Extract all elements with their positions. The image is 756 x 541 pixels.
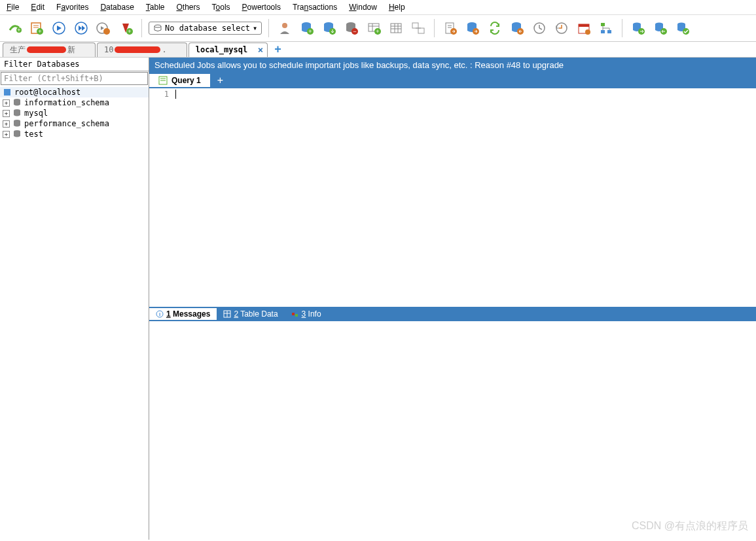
result-tab-info[interactable]: 3 Info (285, 308, 328, 320)
backup-db-icon[interactable] (463, 19, 482, 37)
execute-all-icon[interactable] (72, 19, 90, 37)
svg-text:+: + (309, 28, 312, 35)
text-cursor (175, 90, 176, 99)
menu-favorites[interactable]: Favorites (56, 3, 88, 12)
db-import-icon[interactable] (651, 19, 670, 37)
menu-edit[interactable]: Edit (31, 3, 45, 12)
expand-icon[interactable]: + (3, 110, 10, 117)
sidebar: Filter Databases root@localhost +informa… (0, 58, 149, 540)
table-view-icon[interactable] (387, 19, 405, 37)
result-tab-tabledata[interactable]: 2 Table Data (217, 308, 284, 320)
database-icon (12, 130, 22, 139)
tree-db-performance-schema[interactable]: +performance_schema (0, 118, 149, 129)
tab-label: local_mysql (196, 45, 247, 54)
server-icon (3, 88, 12, 97)
upgrade-banner[interactable]: Scheduled Jobs allows you to schedule im… (149, 58, 756, 73)
svg-rect-77 (295, 314, 298, 317)
add-query-tab-button[interactable]: + (211, 75, 230, 86)
tab-label: 10 (104, 45, 113, 54)
schedule-icon[interactable] (530, 19, 549, 37)
sql-editor[interactable]: 1 (149, 88, 756, 307)
expand-icon[interactable]: + (3, 131, 10, 138)
menu-file[interactable]: File (7, 3, 19, 12)
db-export-icon[interactable] (629, 19, 647, 37)
db-sync-down-icon[interactable] (320, 19, 338, 37)
query-tabs: Query 1 + (149, 73, 756, 88)
execute-explain-icon[interactable] (94, 19, 113, 37)
refresh-icon[interactable]: + (117, 19, 135, 37)
line-gutter: 1 (149, 88, 173, 307)
toolbar-separator (268, 19, 269, 37)
menu-help[interactable]: Help (389, 3, 405, 12)
user-manager-icon[interactable] (276, 19, 294, 37)
tree-connection-root[interactable]: root@localhost (0, 87, 149, 97)
history-icon[interactable] (552, 19, 571, 37)
query-tab-1[interactable]: Query 1 (149, 74, 211, 87)
menu-transactions[interactable]: Transactions (293, 3, 337, 12)
svg-text:−: − (353, 28, 357, 35)
connection-tab-1[interactable]: 生产新 (3, 43, 96, 57)
svg-text:i: i (159, 311, 160, 317)
chevron-down-icon: ▾ (253, 24, 257, 33)
database-selector[interactable]: No database select ▾ (149, 22, 262, 35)
query-icon (158, 76, 168, 85)
calendar-icon[interactable] (575, 19, 593, 37)
svg-rect-34 (418, 28, 424, 33)
db-delete-icon[interactable]: − (342, 19, 361, 37)
svg-rect-52 (601, 30, 605, 33)
expand-icon[interactable]: + (3, 99, 10, 107)
result-tab-messages[interactable]: i 1 Messages (149, 308, 217, 320)
menu-window[interactable]: Window (349, 3, 377, 12)
svg-rect-51 (601, 23, 605, 26)
svg-point-14 (282, 23, 287, 28)
tree-db-mysql[interactable]: +mysql (0, 108, 149, 118)
info-icon: i (156, 310, 164, 318)
execute-query-icon[interactable] (50, 19, 68, 37)
toolbar-separator (141, 19, 142, 37)
svg-point-10 (103, 28, 110, 35)
db-check-icon[interactable] (674, 19, 692, 37)
export-icon[interactable] (441, 19, 459, 37)
line-number: 1 (153, 90, 169, 99)
sidebar-header: Filter Databases (0, 58, 149, 71)
tree-db-information-schema[interactable]: +information_schema (0, 97, 149, 108)
schema-icon[interactable] (597, 19, 615, 37)
menu-database[interactable]: Database (100, 3, 134, 12)
add-tab-button[interactable]: + (269, 43, 287, 56)
close-icon[interactable]: × (258, 44, 263, 55)
connection-tab-2[interactable]: 10. (97, 43, 187, 57)
toolbar-separator (622, 19, 622, 37)
connection-tabs: 生产新 10. local_mysql × + (0, 42, 756, 58)
expand-icon[interactable]: + (3, 120, 10, 128)
sync-icon[interactable] (486, 19, 504, 37)
database-tree: root@localhost +information_schema +mysq… (0, 86, 149, 540)
result-tabs: i 1 Messages 2 Table Data 3 Info (149, 307, 756, 321)
menu-table[interactable]: Table (146, 3, 165, 12)
svg-rect-28 (391, 24, 401, 33)
svg-point-13 (154, 25, 161, 27)
query-tab-label: Query 1 (171, 76, 201, 85)
db-create-icon[interactable]: + (298, 19, 316, 37)
menu-others[interactable]: Others (177, 3, 200, 12)
table-relation-icon[interactable] (409, 19, 427, 37)
svg-rect-53 (607, 30, 611, 33)
content-area: Scheduled Jobs allows you to schedule im… (149, 58, 756, 540)
new-connection-icon[interactable]: + (5, 19, 24, 37)
table-create-icon[interactable]: + (365, 19, 383, 37)
svg-text:+: + (376, 28, 380, 35)
tree-db-test[interactable]: +test (0, 129, 149, 139)
database-icon (12, 98, 22, 107)
menu-tools[interactable]: Tools (212, 3, 230, 12)
menu-bar: File Edit Favorites Database Table Other… (0, 0, 756, 15)
svg-rect-76 (292, 313, 295, 315)
filter-databases-input[interactable] (1, 72, 148, 85)
menu-powertools[interactable]: Powertools (242, 3, 281, 12)
svg-rect-49 (579, 24, 589, 27)
connection-tab-local-mysql[interactable]: local_mysql × (189, 43, 268, 57)
import-db-icon[interactable] (508, 19, 526, 37)
result-panel (149, 321, 756, 540)
svg-text:+: + (38, 28, 41, 35)
editor-body[interactable] (173, 88, 756, 307)
new-query-icon[interactable]: + (27, 19, 46, 37)
svg-line-46 (539, 28, 542, 29)
